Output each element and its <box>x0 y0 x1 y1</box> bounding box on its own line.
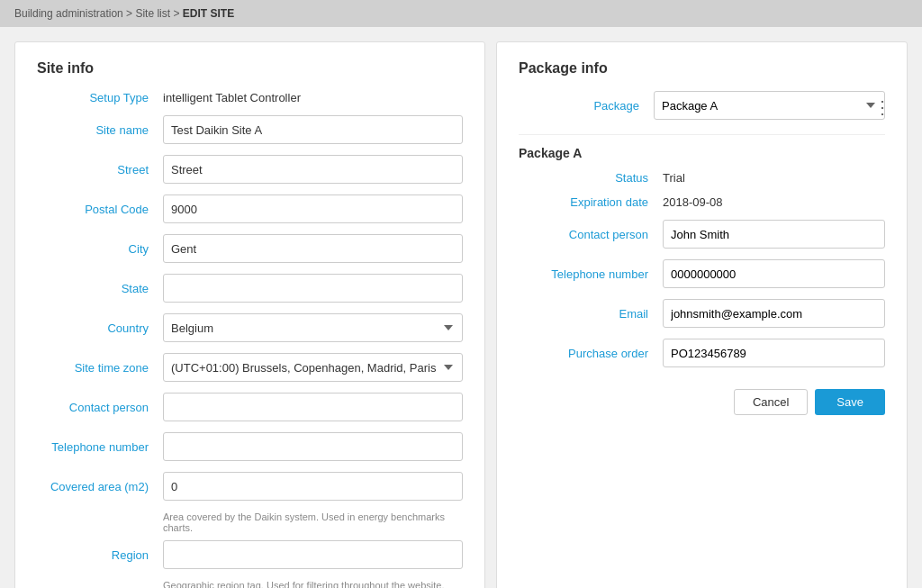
telephone-row: Telephone number <box>37 432 463 461</box>
region-row: Region <box>37 540 463 569</box>
pkg-status-row: Status Trial <box>519 171 885 185</box>
package-select[interactable]: Package A Package B <box>654 91 885 120</box>
telephone-input[interactable] <box>163 432 463 461</box>
region-label: Region <box>37 548 163 562</box>
postal-code-label: Postal Code <box>37 203 163 216</box>
package-info-panel: Package info Package Package A Package B… <box>496 41 908 588</box>
pkg-contact-row: Contact person <box>519 220 885 249</box>
three-dot-menu[interactable]: ⋮ <box>873 96 892 118</box>
breadcrumb-current: EDIT SITE <box>183 7 234 20</box>
pkg-telephone-input[interactable] <box>663 259 885 288</box>
pkg-telephone-row: Telephone number <box>519 259 885 288</box>
setup-type-value: intelligent Tablet Controller <box>163 91 301 104</box>
pkg-purchase-row: Purchase order <box>519 339 885 367</box>
state-label: State <box>37 282 163 295</box>
pkg-contact-label: Contact person <box>519 228 663 241</box>
telephone-label: Telephone number <box>37 440 163 454</box>
action-buttons: Cancel Save <box>519 389 885 415</box>
pkg-expiration-value: 2018-09-08 <box>663 195 723 209</box>
street-row: Street <box>37 155 463 184</box>
package-label: Package <box>519 99 654 113</box>
pkg-status-label: Status <box>519 171 663 185</box>
breadcrumb-sep1: > <box>126 7 135 20</box>
breadcrumb: Building administration > Site list > ED… <box>0 0 922 27</box>
site-name-row: Site name <box>37 115 463 144</box>
pkg-purchase-label: Purchase order <box>519 347 663 360</box>
pkg-contact-input[interactable] <box>663 220 885 249</box>
contact-person-row: Contact person <box>37 393 463 421</box>
pkg-email-label: Email <box>519 307 663 321</box>
covered-area-helper: Area covered by the Daikin system. Used … <box>37 511 463 533</box>
pkg-email-input[interactable] <box>663 299 885 328</box>
site-name-input[interactable] <box>163 115 463 144</box>
country-select[interactable]: Belgium Netherlands France Germany <box>163 313 463 342</box>
setup-type-row: Setup Type intelligent Tablet Controller <box>37 91 463 104</box>
main-content: Site info Setup Type intelligent Tablet … <box>0 27 922 588</box>
timezone-row: Site time zone (UTC+01:00) Brussels, Cop… <box>37 353 463 382</box>
contact-person-label: Contact person <box>37 401 163 414</box>
breadcrumb-part1: Building administration <box>14 7 123 20</box>
pkg-purchase-input[interactable] <box>663 339 885 367</box>
covered-area-row: Covered area (m2) <box>37 472 463 501</box>
pkg-email-row: Email <box>519 299 885 328</box>
postal-code-input[interactable] <box>163 194 463 223</box>
country-row: Country Belgium Netherlands France Germa… <box>37 313 463 342</box>
save-button[interactable]: Save <box>815 389 885 415</box>
region-helper: Geographic region tag. Used for filterin… <box>37 580 463 588</box>
street-input[interactable] <box>163 155 463 184</box>
country-label: Country <box>37 321 163 335</box>
covered-area-input[interactable] <box>163 472 463 501</box>
package-info-title: Package info <box>519 60 885 77</box>
package-row: Package Package A Package B <box>519 91 885 120</box>
timezone-select[interactable]: (UTC+01:00) Brussels, Copenhagen, Madrid… <box>163 353 463 382</box>
pkg-telephone-label: Telephone number <box>519 267 663 281</box>
pkg-expiration-label: Expiration date <box>519 195 663 209</box>
site-info-panel: Site info Setup Type intelligent Tablet … <box>14 41 485 588</box>
breadcrumb-sep2: > <box>173 7 182 20</box>
contact-person-input[interactable] <box>163 393 463 421</box>
city-row: City <box>37 234 463 263</box>
city-label: City <box>37 242 163 256</box>
street-label: Street <box>37 163 163 176</box>
site-info-title: Site info <box>37 60 463 77</box>
pkg-expiration-row: Expiration date 2018-09-08 <box>519 195 885 209</box>
setup-type-label: Setup Type <box>37 91 163 104</box>
cancel-button[interactable]: Cancel <box>734 389 808 415</box>
city-input[interactable] <box>163 234 463 263</box>
covered-area-label: Covered area (m2) <box>37 480 163 493</box>
region-input[interactable] <box>163 540 463 569</box>
pkg-status-value: Trial <box>663 171 685 185</box>
package-a-section: Package A Status Trial Expiration date 2… <box>519 134 885 367</box>
package-a-title: Package A <box>519 146 885 160</box>
state-row: State <box>37 274 463 303</box>
breadcrumb-part2: Site list <box>135 7 170 20</box>
site-name-label: Site name <box>37 123 163 137</box>
postal-code-row: Postal Code <box>37 194 463 223</box>
state-input[interactable] <box>163 274 463 303</box>
timezone-label: Site time zone <box>37 361 163 375</box>
